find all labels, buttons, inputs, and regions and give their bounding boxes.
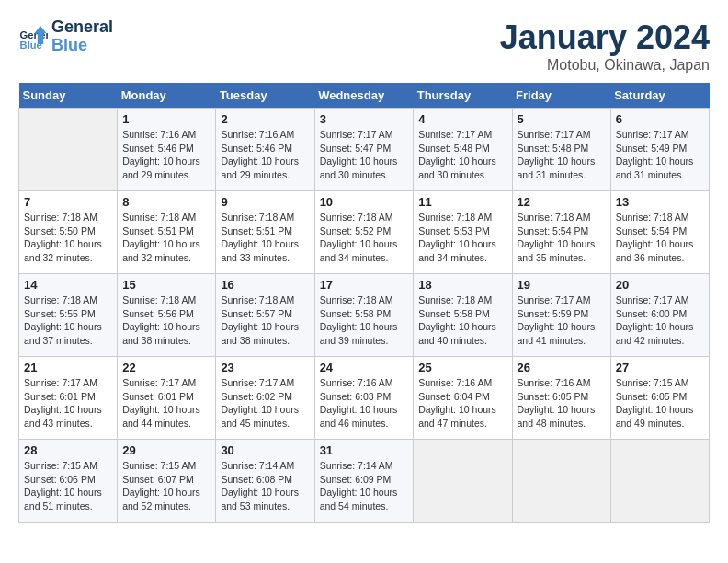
week-row-3: 14Sunrise: 7:18 AM Sunset: 5:55 PM Dayli… xyxy=(19,274,710,357)
day-number: 12 xyxy=(518,195,606,209)
day-info: Sunrise: 7:16 AM Sunset: 5:46 PM Dayligh… xyxy=(221,128,309,182)
logo: General Blue General Blue xyxy=(18,18,113,55)
day-cell: 27Sunrise: 7:15 AM Sunset: 6:05 PM Dayli… xyxy=(610,357,709,440)
week-row-4: 21Sunrise: 7:17 AM Sunset: 6:01 PM Dayli… xyxy=(19,357,710,440)
day-cell: 15Sunrise: 7:18 AM Sunset: 5:56 PM Dayli… xyxy=(118,274,216,357)
day-info: Sunrise: 7:18 AM Sunset: 5:58 PM Dayligh… xyxy=(320,293,409,348)
day-cell: 28Sunrise: 7:15 AM Sunset: 6:06 PM Dayli… xyxy=(19,440,118,523)
day-number: 14 xyxy=(24,278,112,292)
day-cell: 12Sunrise: 7:18 AM Sunset: 5:54 PM Dayli… xyxy=(512,191,610,274)
day-cell: 19Sunrise: 7:17 AM Sunset: 5:59 PM Dayli… xyxy=(512,274,610,357)
day-info: Sunrise: 7:17 AM Sunset: 5:48 PM Dayligh… xyxy=(518,128,606,182)
day-number: 22 xyxy=(122,361,210,374)
logo-blue: Blue xyxy=(51,37,113,55)
day-cell: 13Sunrise: 7:18 AM Sunset: 5:54 PM Dayli… xyxy=(610,191,709,274)
week-row-5: 28Sunrise: 7:15 AM Sunset: 6:06 PM Dayli… xyxy=(19,440,710,523)
day-cell: 21Sunrise: 7:17 AM Sunset: 6:01 PM Dayli… xyxy=(19,357,118,440)
day-info: Sunrise: 7:17 AM Sunset: 5:48 PM Dayligh… xyxy=(418,128,506,182)
day-number: 29 xyxy=(122,443,210,457)
day-info: Sunrise: 7:18 AM Sunset: 5:50 PM Dayligh… xyxy=(24,211,112,265)
logo-general: General xyxy=(51,18,113,37)
day-number: 15 xyxy=(122,278,210,292)
day-info: Sunrise: 7:14 AM Sunset: 6:09 PM Dayligh… xyxy=(320,459,409,513)
day-cell: 10Sunrise: 7:18 AM Sunset: 5:52 PM Dayli… xyxy=(314,191,414,274)
day-cell: 26Sunrise: 7:16 AM Sunset: 6:05 PM Dayli… xyxy=(512,357,610,440)
day-info: Sunrise: 7:17 AM Sunset: 6:00 PM Dayligh… xyxy=(616,293,704,348)
day-info: Sunrise: 7:18 AM Sunset: 5:55 PM Dayligh… xyxy=(24,293,112,348)
page-header: General Blue General Blue January 2024 M… xyxy=(18,18,710,74)
day-number: 7 xyxy=(24,195,112,209)
day-number: 23 xyxy=(221,361,309,374)
day-cell: 25Sunrise: 7:16 AM Sunset: 6:04 PM Dayli… xyxy=(414,357,512,440)
day-cell: 20Sunrise: 7:17 AM Sunset: 6:00 PM Dayli… xyxy=(610,274,709,357)
day-info: Sunrise: 7:18 AM Sunset: 5:51 PM Dayligh… xyxy=(221,211,309,265)
header-sunday: Sunday xyxy=(19,83,118,109)
day-info: Sunrise: 7:18 AM Sunset: 5:54 PM Dayligh… xyxy=(518,211,606,265)
day-number: 3 xyxy=(320,112,409,126)
day-number: 8 xyxy=(122,195,210,209)
day-number: 1 xyxy=(122,112,210,126)
calendar-table: SundayMondayTuesdayWednesdayThursdayFrid… xyxy=(18,83,710,523)
week-row-1: 1Sunrise: 7:16 AM Sunset: 5:46 PM Daylig… xyxy=(19,109,710,191)
day-number: 24 xyxy=(320,361,409,374)
day-number: 13 xyxy=(616,195,704,209)
day-number: 11 xyxy=(418,195,506,209)
day-info: Sunrise: 7:15 AM Sunset: 6:06 PM Dayligh… xyxy=(24,459,112,513)
day-info: Sunrise: 7:17 AM Sunset: 5:59 PM Dayligh… xyxy=(518,293,606,348)
day-cell: 23Sunrise: 7:17 AM Sunset: 6:02 PM Dayli… xyxy=(216,357,314,440)
day-number: 10 xyxy=(320,195,409,209)
month-title: January 2024 xyxy=(500,18,710,57)
day-info: Sunrise: 7:17 AM Sunset: 6:01 PM Dayligh… xyxy=(24,376,112,431)
day-number: 25 xyxy=(418,361,506,374)
day-cell xyxy=(19,109,118,191)
day-cell xyxy=(610,440,709,523)
title-block: January 2024 Motobu, Okinawa, Japan xyxy=(500,18,710,74)
day-number: 19 xyxy=(518,278,606,292)
day-cell: 5Sunrise: 7:17 AM Sunset: 5:48 PM Daylig… xyxy=(512,109,610,191)
day-info: Sunrise: 7:17 AM Sunset: 6:02 PM Dayligh… xyxy=(221,376,309,431)
day-cell: 9Sunrise: 7:18 AM Sunset: 5:51 PM Daylig… xyxy=(216,191,314,274)
day-number: 5 xyxy=(518,112,606,126)
day-info: Sunrise: 7:16 AM Sunset: 6:05 PM Dayligh… xyxy=(518,376,606,431)
day-number: 16 xyxy=(221,278,309,292)
day-info: Sunrise: 7:18 AM Sunset: 5:52 PM Dayligh… xyxy=(320,211,409,265)
day-cell: 3Sunrise: 7:17 AM Sunset: 5:47 PM Daylig… xyxy=(314,109,414,191)
day-info: Sunrise: 7:16 AM Sunset: 6:03 PM Dayligh… xyxy=(320,376,409,431)
header-thursday: Thursday xyxy=(414,83,512,109)
day-number: 6 xyxy=(616,112,704,126)
day-info: Sunrise: 7:18 AM Sunset: 5:54 PM Dayligh… xyxy=(616,211,704,265)
day-info: Sunrise: 7:15 AM Sunset: 6:05 PM Dayligh… xyxy=(616,376,704,431)
header-saturday: Saturday xyxy=(610,83,709,109)
day-cell: 6Sunrise: 7:17 AM Sunset: 5:49 PM Daylig… xyxy=(610,109,709,191)
day-cell: 1Sunrise: 7:16 AM Sunset: 5:46 PM Daylig… xyxy=(118,109,216,191)
day-info: Sunrise: 7:17 AM Sunset: 5:47 PM Dayligh… xyxy=(320,128,409,182)
day-number: 21 xyxy=(24,361,112,374)
header-monday: Monday xyxy=(118,83,216,109)
day-info: Sunrise: 7:18 AM Sunset: 5:53 PM Dayligh… xyxy=(418,211,506,265)
day-cell: 31Sunrise: 7:14 AM Sunset: 6:09 PM Dayli… xyxy=(314,440,414,523)
day-number: 26 xyxy=(518,361,606,374)
day-cell xyxy=(414,440,512,523)
day-number: 28 xyxy=(24,443,112,457)
day-cell: 18Sunrise: 7:18 AM Sunset: 5:58 PM Dayli… xyxy=(414,274,512,357)
day-cell: 7Sunrise: 7:18 AM Sunset: 5:50 PM Daylig… xyxy=(19,191,118,274)
day-cell: 17Sunrise: 7:18 AM Sunset: 5:58 PM Dayli… xyxy=(314,274,414,357)
calendar-header-row: SundayMondayTuesdayWednesdayThursdayFrid… xyxy=(19,83,710,109)
day-number: 17 xyxy=(320,278,409,292)
day-number: 30 xyxy=(221,443,309,457)
day-cell xyxy=(512,440,610,523)
day-number: 9 xyxy=(221,195,309,209)
day-info: Sunrise: 7:16 AM Sunset: 6:04 PM Dayligh… xyxy=(418,376,506,431)
day-cell: 8Sunrise: 7:18 AM Sunset: 5:51 PM Daylig… xyxy=(118,191,216,274)
day-info: Sunrise: 7:14 AM Sunset: 6:08 PM Dayligh… xyxy=(221,459,309,513)
day-info: Sunrise: 7:17 AM Sunset: 5:49 PM Dayligh… xyxy=(616,128,704,182)
day-cell: 2Sunrise: 7:16 AM Sunset: 5:46 PM Daylig… xyxy=(216,109,314,191)
day-number: 27 xyxy=(616,361,704,374)
header-friday: Friday xyxy=(512,83,610,109)
day-cell: 16Sunrise: 7:18 AM Sunset: 5:57 PM Dayli… xyxy=(216,274,314,357)
day-info: Sunrise: 7:18 AM Sunset: 5:58 PM Dayligh… xyxy=(418,293,506,348)
logo-icon: General Blue xyxy=(18,22,48,52)
day-number: 31 xyxy=(320,443,409,457)
day-info: Sunrise: 7:18 AM Sunset: 5:56 PM Dayligh… xyxy=(122,293,210,348)
day-cell: 11Sunrise: 7:18 AM Sunset: 5:53 PM Dayli… xyxy=(414,191,512,274)
